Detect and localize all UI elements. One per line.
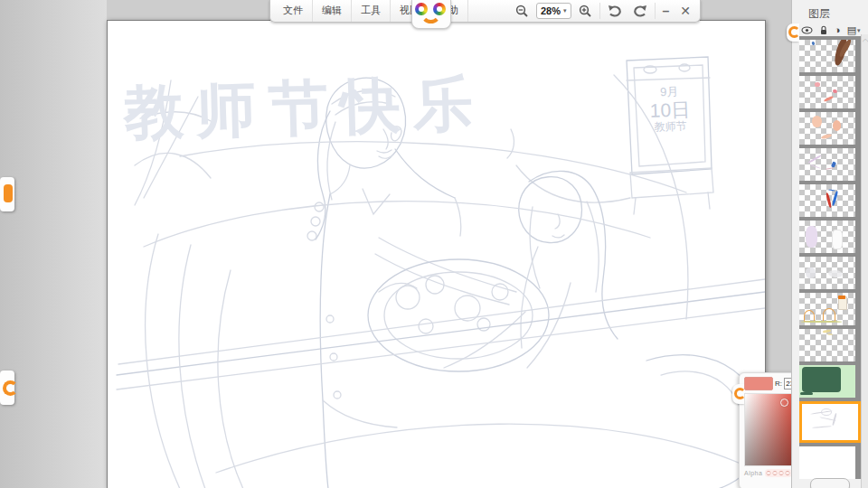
magnifier-plus-icon	[579, 5, 592, 18]
toolbar-separator	[599, 3, 600, 19]
orange-square-icon	[4, 184, 13, 202]
menu-item-1[interactable]: 编辑	[313, 0, 352, 22]
undo-button[interactable]	[602, 0, 627, 22]
mascot-smile-icon	[420, 12, 441, 23]
layers-toolbar: ◑ ▤▾	[801, 25, 861, 35]
layer-thumbnail-mark	[800, 392, 813, 395]
layer-thumbnail-mark	[806, 226, 816, 248]
current-color-swatch[interactable]	[744, 377, 773, 390]
redo-arrow-icon	[633, 5, 647, 17]
orange-ring-icon	[3, 380, 18, 396]
sketch-calligraphy-text: 教师节快乐	[123, 63, 486, 154]
visibility-eye-icon[interactable]	[801, 26, 813, 34]
layer-thumbnail-mark	[812, 426, 832, 428]
layer-row-1[interactable]	[799, 40, 861, 72]
contrast-icon[interactable]: ◑	[835, 25, 841, 35]
layer-thumbnail-mark	[832, 191, 839, 206]
redo-button[interactable]	[627, 0, 653, 22]
layer-row-9[interactable]	[799, 329, 861, 361]
minimize-button[interactable]: –	[657, 0, 675, 22]
menu-item-2[interactable]: 工具	[352, 0, 391, 22]
drawing-canvas[interactable]: 教师节快乐 9月 10日 教师节	[107, 20, 766, 488]
undo-arrow-icon	[608, 5, 622, 17]
zoom-level-value: 28%	[541, 5, 561, 16]
zoom-caret-icon: ▾	[563, 7, 567, 14]
menu-item-0[interactable]: 文件	[274, 0, 313, 22]
layer-thumbnail-mark	[828, 189, 835, 192]
saturation-value-picker[interactable]	[744, 393, 794, 466]
layer-thumbnail-mark	[802, 367, 841, 391]
layer-row-7[interactable]	[799, 257, 861, 289]
layer-thumbnail-mark	[820, 134, 832, 140]
layer-thumbnail-mark	[811, 42, 815, 46]
layer-thumbnail-mark	[833, 120, 841, 131]
close-button[interactable]: ✕	[675, 0, 696, 22]
blend-mode-list-icon[interactable]: ▤▾	[847, 25, 861, 35]
layer-thumbnail-mark	[827, 333, 833, 335]
scroll-notch-icon: ◠	[863, 38, 868, 45]
layer-row-8[interactable]	[799, 293, 861, 325]
layer-row-5[interactable]	[799, 184, 861, 217]
layer-row-2[interactable]	[799, 76, 861, 108]
sketch-calendar-text: 9月 10日 教师节	[636, 85, 704, 135]
layers-bottom-button[interactable]	[810, 478, 850, 488]
top-toolbar: 文件编辑工具视图帮助 28% ▾ – ✕	[269, 0, 701, 23]
lock-icon[interactable]	[819, 25, 828, 35]
layer-thumbnail-mark	[807, 155, 821, 164]
layer-thumbnail-mark	[832, 413, 836, 426]
red-channel-label: R:	[775, 380, 782, 388]
layers-panel-title: 图层	[792, 0, 868, 22]
layer-thumbnail-mark	[815, 82, 820, 87]
layer-row-3[interactable]	[799, 112, 861, 145]
layers-list	[799, 36, 861, 479]
layer-thumbnail-mark	[801, 321, 842, 323]
layer-row-12[interactable]	[799, 446, 861, 479]
zoom-level-select[interactable]: 28% ▾	[536, 3, 571, 19]
layer-thumbnail-mark	[825, 168, 833, 171]
color-picker-marker[interactable]	[780, 399, 788, 407]
layer-thumbnail-mark	[828, 269, 844, 277]
magnifier-minus-icon	[515, 5, 529, 18]
zoom-out-button[interactable]	[510, 0, 534, 22]
layer-row-6[interactable]	[799, 221, 861, 253]
layers-scrollbar[interactable]: ◠	[861, 34, 868, 488]
calendar-day: 10日	[637, 99, 704, 123]
collapsed-panel-tab-2[interactable]	[0, 371, 14, 405]
alpha-label: Alpha	[744, 470, 762, 476]
layer-thumbnail-mark	[823, 308, 835, 322]
zoom-in-button[interactable]	[573, 0, 598, 22]
layers-panel: 图层 ◑ ▤▾ ◠	[791, 0, 868, 488]
color-picker-panel: R: 230 Alpha	[739, 372, 798, 488]
layer-thumbnail-mark	[832, 230, 843, 249]
layer-thumbnail-mark	[838, 296, 845, 299]
mascot-spacer	[468, 0, 510, 22]
layer-thumbnail-mark	[806, 267, 817, 278]
alpha-slider[interactable]	[765, 469, 792, 477]
layer-thumbnail-mark	[826, 192, 832, 207]
calendar-label: 教师节	[637, 120, 703, 135]
color-panel-collapse-handle[interactable]	[732, 384, 745, 404]
layer-row-11-selected[interactable]	[799, 401, 863, 443]
alpha-row: Alpha	[744, 469, 792, 477]
layer-thumbnail-mark	[821, 408, 832, 416]
layer-thumbnail-mark	[811, 164, 822, 170]
workspace-left-gutter	[0, 0, 107, 488]
layer-thumbnail-mark	[812, 116, 822, 127]
collapsed-panel-tab-1[interactable]	[0, 177, 14, 211]
layer-thumbnail-mark	[804, 310, 815, 323]
layer-thumbnail-mark	[824, 96, 834, 102]
layers-panel-collapse-handle[interactable]	[787, 23, 799, 42]
mascot-logo-button[interactable]	[411, 0, 451, 29]
layer-thumbnail-mark	[833, 89, 838, 94]
layer-row-10[interactable]	[799, 365, 861, 398]
toolbar-separator	[655, 3, 656, 19]
layer-row-4[interactable]	[799, 148, 861, 181]
